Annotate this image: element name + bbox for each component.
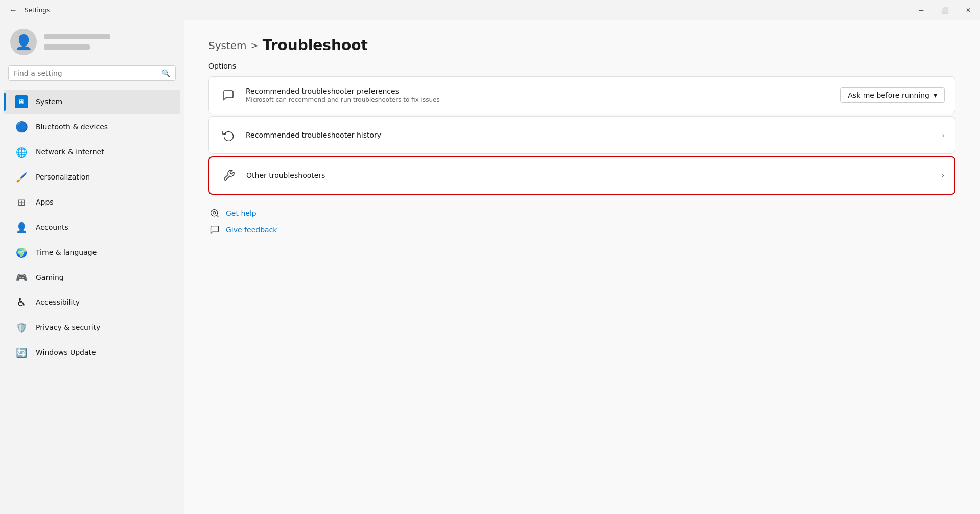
option-row-other-troubleshooters[interactable]: Other troubleshooters › (209, 157, 954, 194)
username-line2 (44, 44, 90, 50)
option-text-recommended-history: Recommended troubleshooter history (246, 131, 934, 139)
close-button[interactable]: ✕ (956, 0, 980, 20)
nav-label-bluetooth: Bluetooth & devices (36, 123, 108, 131)
search-box[interactable]: 🔍 (8, 65, 176, 81)
app-title: Settings (25, 7, 50, 14)
help-link-icon-give-feedback (208, 224, 221, 236)
breadcrumb-separator: > (251, 40, 259, 51)
chevron-down-icon: ▾ (934, 91, 937, 99)
username-blurred (44, 34, 110, 50)
option-icon-recommended-prefs (219, 86, 238, 104)
dropdown-recommended-prefs[interactable]: Ask me before running ▾ (840, 87, 945, 103)
chevron-right-icon: › (941, 171, 944, 180)
option-card-other-troubleshooters[interactable]: Other troubleshooters › (208, 156, 955, 195)
breadcrumb: System > Troubleshoot (208, 37, 955, 54)
option-row-recommended-prefs[interactable]: Recommended troubleshooter preferences M… (209, 77, 955, 114)
back-button[interactable]: ← (6, 5, 20, 16)
sidebar-item-gaming[interactable]: 🎮 Gaming (4, 265, 180, 289)
help-link-give-feedback[interactable]: Give feedback (208, 224, 955, 236)
nav-label-system: System (36, 98, 62, 106)
help-link-label-get-help: Get help (226, 209, 256, 217)
avatar-icon: 👤 (15, 34, 33, 51)
sidebar-item-bluetooth[interactable]: 🔵 Bluetooth & devices (4, 115, 180, 139)
nav-label-update: Windows Update (36, 348, 96, 356)
nav-icon-apps: ⊞ (14, 195, 29, 209)
option-icon-other-troubleshooters (220, 166, 238, 185)
nav-label-network: Network & internet (36, 148, 104, 156)
options-list: Recommended troubleshooter preferences M… (208, 76, 955, 195)
sidebar-item-personalization[interactable]: 🖌️ Personalization (4, 165, 180, 189)
option-icon-recommended-history (219, 126, 238, 144)
nav-icon-system: 🖥 (14, 95, 29, 109)
nav-label-gaming: Gaming (36, 273, 64, 281)
sidebar-item-apps[interactable]: ⊞ Apps (4, 190, 180, 214)
breadcrumb-current: Troubleshoot (263, 37, 368, 54)
help-link-icon-get-help (208, 207, 221, 219)
svg-line-1 (217, 215, 219, 217)
option-card-recommended-prefs[interactable]: Recommended troubleshooter preferences M… (208, 76, 955, 114)
option-text-recommended-prefs: Recommended troubleshooter preferences M… (246, 87, 832, 103)
option-title-other-troubleshooters: Other troubleshooters (246, 171, 933, 180)
nav-icon-bluetooth: 🔵 (14, 120, 29, 134)
help-link-label-give-feedback: Give feedback (226, 226, 277, 234)
breadcrumb-parent: System (208, 39, 247, 52)
app-container: 👤 🔍 🖥 System 🔵 Bluetooth & devices 🌐 Net… (0, 20, 980, 514)
nav-list: 🖥 System 🔵 Bluetooth & devices 🌐 Network… (0, 87, 184, 367)
nav-label-apps: Apps (36, 198, 54, 206)
user-profile: 👤 (0, 20, 184, 65)
svg-point-0 (211, 210, 218, 216)
sidebar-item-accounts[interactable]: 👤 Accounts (4, 215, 180, 239)
nav-icon-privacy: 🛡️ (14, 320, 29, 334)
avatar: 👤 (10, 29, 37, 55)
sidebar-item-privacy[interactable]: 🛡️ Privacy & security (4, 315, 180, 340)
nav-icon-network: 🌐 (14, 145, 29, 159)
dropdown-value-recommended-prefs: Ask me before running (848, 91, 929, 99)
nav-label-personalization: Personalization (36, 173, 90, 181)
nav-icon-time: 🌍 (14, 245, 29, 259)
chevron-right-icon: › (942, 131, 945, 139)
sidebar-item-time[interactable]: 🌍 Time & language (4, 240, 180, 264)
window-controls: ─ ⬜ ✕ (909, 0, 980, 20)
sidebar: 👤 🔍 🖥 System 🔵 Bluetooth & devices 🌐 Net… (0, 20, 184, 514)
nav-label-privacy: Privacy & security (36, 323, 100, 331)
search-container: 🔍 (0, 65, 184, 87)
help-links: Get help Give feedback (208, 207, 955, 236)
minimize-button[interactable]: ─ (909, 0, 933, 20)
options-label: Options (208, 62, 955, 70)
sidebar-item-accessibility[interactable]: ♿ Accessibility (4, 290, 180, 315)
content-area: System > Troubleshoot Options Recommende… (184, 20, 980, 514)
nav-icon-gaming: 🎮 (14, 270, 29, 284)
option-title-recommended-prefs: Recommended troubleshooter preferences (246, 87, 832, 95)
option-title-recommended-history: Recommended troubleshooter history (246, 131, 934, 139)
nav-icon-accessibility: ♿ (14, 295, 29, 309)
option-desc-recommended-prefs: Microsoft can recommend and run troubles… (246, 96, 832, 103)
option-card-recommended-history[interactable]: Recommended troubleshooter history › (208, 116, 955, 154)
option-row-recommended-history[interactable]: Recommended troubleshooter history › (209, 117, 955, 153)
search-icon: 🔍 (161, 69, 170, 77)
sidebar-item-system[interactable]: 🖥 System (4, 90, 180, 114)
titlebar-title: ← Settings (6, 5, 50, 16)
svg-point-2 (213, 212, 216, 214)
nav-icon-personalization: 🖌️ (14, 170, 29, 184)
titlebar: ← Settings ─ ⬜ ✕ (0, 0, 980, 20)
nav-icon-accounts: 👤 (14, 220, 29, 234)
nav-label-accounts: Accounts (36, 223, 68, 231)
nav-icon-update: 🔄 (14, 345, 29, 360)
help-link-get-help[interactable]: Get help (208, 207, 955, 219)
sidebar-item-network[interactable]: 🌐 Network & internet (4, 140, 180, 164)
nav-label-accessibility: Accessibility (36, 298, 80, 306)
nav-label-time: Time & language (36, 248, 97, 256)
option-text-other-troubleshooters: Other troubleshooters (246, 171, 933, 180)
search-input[interactable] (14, 69, 157, 77)
maximize-button[interactable]: ⬜ (933, 0, 956, 20)
username-line1 (44, 34, 110, 39)
sidebar-item-update[interactable]: 🔄 Windows Update (4, 340, 180, 365)
